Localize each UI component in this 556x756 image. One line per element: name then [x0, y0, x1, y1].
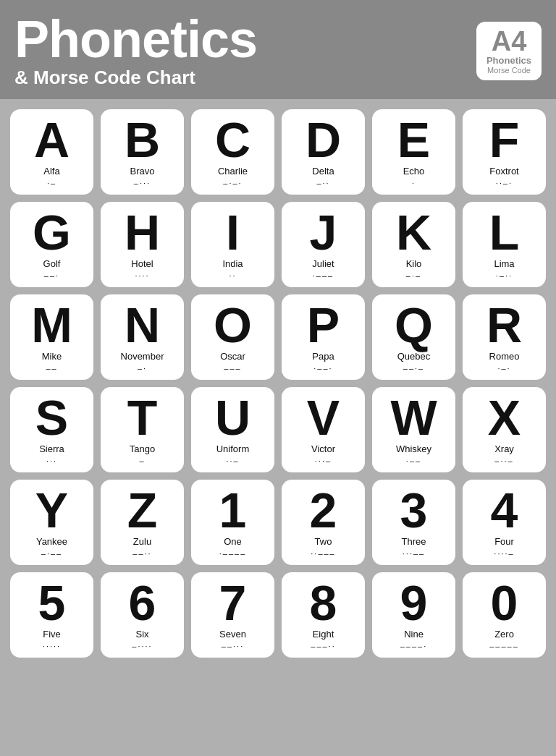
header: Phonetics & Morse Code Chart A4 Phonetic… [0, 0, 556, 99]
cell-name: Six [135, 629, 148, 640]
cell-name: Charlie [218, 166, 248, 177]
cell-morse: · [412, 179, 416, 187]
cell-morse: ·––– [313, 271, 334, 280]
cell-morse: ····· [43, 642, 61, 650]
cell-letter: 8 [310, 578, 337, 627]
cell-name: Mike [42, 351, 62, 362]
cell-name: One [224, 536, 242, 547]
cell-name: Whiskey [396, 443, 431, 454]
cell-name: Nine [404, 629, 424, 640]
cell-bravo: BBravo–··· [101, 109, 184, 195]
cell-quebec: QQuebec––·– [372, 294, 455, 380]
cell-letter: A [34, 115, 70, 164]
cell-delta: DDelta–·· [282, 109, 365, 195]
cell-name: November [121, 351, 164, 362]
header-badge: A4 Phonetics Morse Code [476, 22, 542, 80]
badge-line1: Phonetics [485, 55, 533, 66]
cell-morse: ····– [494, 549, 514, 558]
cell-letter: 5 [38, 578, 66, 627]
cell-letter: G [33, 208, 71, 257]
cell-letter: B [125, 115, 160, 164]
cell-name: Bravo [130, 166, 155, 177]
main-subtitle: & Morse Code Chart [14, 67, 257, 89]
cell-morse: ·– [47, 179, 56, 187]
cell-five: 5Five····· [10, 572, 93, 658]
cell-letter: T [127, 393, 158, 442]
cell-name: Seven [219, 629, 246, 640]
cell-hotel: HHotel···· [101, 202, 184, 287]
cell-morse: ·–· [497, 364, 510, 373]
cell-letter: R [486, 300, 522, 349]
cell-morse: ·· [229, 271, 236, 280]
cell-yankee: YYankee–·–– [10, 480, 93, 565]
main-title: Phonetics [14, 13, 257, 65]
cell-letter: F [489, 115, 520, 164]
cell-uniform: UUniform··– [191, 387, 274, 472]
cell-name: Alfa [43, 166, 59, 177]
cell-two: 2Two··––– [282, 480, 365, 565]
cell-charlie: CCharlie–·–· [191, 109, 274, 195]
cell-morse: ··––– [311, 549, 335, 558]
cell-victor: VVictor···– [282, 387, 365, 472]
cell-three: 3Three···–– [372, 480, 455, 565]
cell-morse: –· [138, 364, 147, 373]
cell-morse: ––··· [222, 642, 244, 650]
cell-letter: J [310, 208, 337, 257]
cell-name: Three [402, 536, 426, 547]
cell-name: Zulu [133, 536, 151, 547]
cell-name: Quebec [397, 351, 431, 362]
cell-oscar: OOscar––– [191, 294, 274, 380]
cell-morse: ––– [224, 364, 241, 373]
cell-letter: E [397, 115, 430, 164]
cell-letter: N [125, 300, 160, 349]
cell-morse: –···· [132, 642, 152, 650]
cell-letter: 4 [491, 485, 518, 535]
cell-name: Sierra [39, 443, 64, 454]
cell-alfa: AAlfa·– [10, 109, 93, 195]
cell-name: Papa [312, 351, 334, 362]
cell-name: Uniform [216, 443, 250, 454]
cell-name: Xray [494, 443, 514, 454]
cell-echo: EEcho· [372, 109, 455, 195]
cell-mike: MMike–– [10, 294, 93, 380]
cell-morse: –··– [494, 456, 513, 465]
cell-morse: ––––– [489, 642, 519, 650]
cell-morse: –·–– [41, 549, 62, 558]
cell-letter: V [307, 393, 340, 442]
cell-letter: 2 [310, 485, 337, 535]
cell-morse: ·–·· [496, 271, 513, 280]
cell-morse: ·––· [313, 364, 332, 373]
cell-morse: –··· [134, 179, 151, 187]
cell-name: India [222, 258, 243, 269]
cell-letter: I [226, 208, 240, 257]
cell-letter: 0 [491, 578, 518, 627]
cell-letter: K [396, 208, 431, 257]
phonetics-grid: AAlfa·–BBravo–···CCharlie–·–·DDelta–··EE… [10, 109, 546, 658]
cell-letter: H [125, 208, 160, 257]
cell-name: Yankee [36, 536, 67, 547]
cell-four: 4Four····– [463, 480, 546, 565]
cell-letter: Y [35, 485, 68, 535]
cell-six: 6Six–···· [101, 572, 184, 658]
cell-morse: –––·· [311, 642, 335, 650]
cell-name: Victor [311, 443, 335, 454]
cell-letter: W [390, 393, 437, 442]
cell-papa: PPapa·––· [282, 294, 365, 380]
cell-morse: ––·– [403, 364, 424, 373]
cell-name: Four [494, 536, 514, 547]
cell-name: Golf [43, 258, 61, 269]
cell-morse: ––·· [132, 549, 151, 558]
cell-xray: XXray–··– [463, 387, 546, 472]
cell-one: 1One·–––– [191, 480, 274, 565]
cell-morse: ––––· [400, 642, 428, 650]
cell-name: Tango [130, 443, 155, 454]
cell-nine: 9Nine––––· [372, 572, 455, 658]
cell-morse: ···– [315, 456, 332, 465]
cell-eight: 8Eight–––·· [282, 572, 365, 658]
cell-morse: –·· [316, 179, 329, 187]
cell-letter: L [489, 208, 520, 257]
cell-name: Eight [313, 629, 334, 640]
cell-letter: X [488, 393, 521, 442]
cell-letter: P [307, 300, 340, 349]
cell-name: Hotel [131, 258, 153, 269]
